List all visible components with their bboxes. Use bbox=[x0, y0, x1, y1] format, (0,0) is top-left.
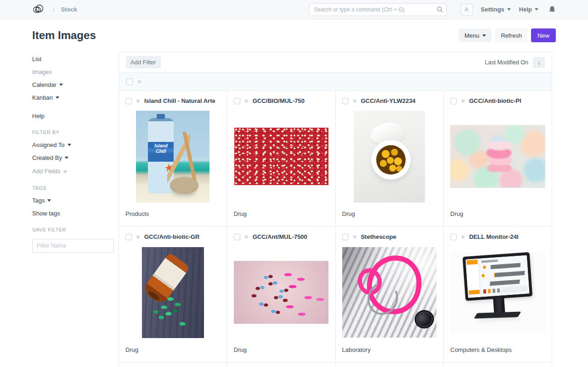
show-tags-toggle[interactable]: Show tags bbox=[32, 210, 115, 217]
spilled-pill-bottle-image[interactable] bbox=[142, 247, 204, 338]
sort-direction-button[interactable]: ↓ bbox=[533, 57, 545, 68]
list-sidebar: List Images Calendar Kanban Help FILTER … bbox=[32, 52, 115, 367]
help-label: Help bbox=[519, 6, 532, 13]
item-title-link[interactable]: DELL Monitor-24I bbox=[469, 233, 518, 240]
item-title-link[interactable]: GCC/Anti-YLW2234 bbox=[361, 97, 415, 104]
like-heart-icon[interactable]: ♥ bbox=[461, 97, 465, 104]
dell-monitor-image[interactable] bbox=[450, 252, 545, 333]
image-art-layer bbox=[167, 132, 202, 188]
sidebar-item-calendar[interactable]: Calendar bbox=[32, 81, 115, 88]
caret-down-icon bbox=[47, 199, 51, 202]
island-chill-bottle-beach-image[interactable] bbox=[136, 111, 209, 203]
sidebar-item-label: Images bbox=[32, 68, 52, 75]
help-dropdown[interactable]: Help bbox=[519, 6, 538, 13]
arrow-down-icon: ↓ bbox=[537, 59, 541, 66]
caret-down-icon bbox=[507, 8, 511, 11]
assigned-to-filter[interactable]: Assigned To bbox=[32, 141, 115, 148]
next-row-card-stub bbox=[119, 363, 227, 367]
menu-button[interactable]: Menu bbox=[459, 28, 492, 42]
caret-down-icon bbox=[56, 96, 59, 99]
home-logo-link[interactable] bbox=[32, 4, 45, 15]
sidebar-item-label: Kanban bbox=[32, 94, 53, 101]
red-white-capsules-image[interactable] bbox=[234, 128, 328, 185]
pink-blue-capsules-image[interactable] bbox=[234, 261, 328, 324]
item-card-6: ♥ GCC/Ant/MUL-7500 Drug bbox=[227, 227, 335, 362]
sidebar-item-label: Help bbox=[32, 113, 45, 119]
page-title: Item Images bbox=[32, 29, 96, 42]
search-input[interactable] bbox=[309, 3, 447, 16]
card-checkbox[interactable] bbox=[234, 98, 240, 104]
caret-down-icon bbox=[59, 84, 63, 86]
card-checkbox[interactable] bbox=[342, 98, 349, 104]
like-heart-icon[interactable]: ♥ bbox=[244, 97, 249, 104]
image-art-layer bbox=[486, 141, 513, 172]
item-group-label: Computers & Desktops bbox=[444, 342, 552, 362]
like-heart-icon[interactable]: ♥ bbox=[353, 97, 357, 104]
card-checkbox[interactable] bbox=[125, 98, 132, 104]
save-filter-heading: SAVE FILTER bbox=[32, 227, 115, 232]
refresh-button[interactable]: Refresh bbox=[495, 28, 527, 42]
caret-down-icon bbox=[68, 144, 71, 146]
sidebar-item-help[interactable]: Help bbox=[32, 113, 115, 119]
new-button-label: New bbox=[537, 32, 549, 39]
card-checkbox[interactable] bbox=[342, 234, 349, 240]
sort-field-selector[interactable]: Last Modified On bbox=[485, 59, 529, 66]
item-group-label: Drug bbox=[444, 206, 552, 226]
like-heart-icon[interactable]: ♥ bbox=[136, 97, 140, 104]
item-title-link[interactable]: Stethescope bbox=[361, 233, 396, 240]
like-heart-icon[interactable]: ♥ bbox=[244, 233, 249, 240]
sidebar-item-list[interactable]: List bbox=[32, 56, 115, 62]
card-checkbox[interactable] bbox=[234, 234, 240, 240]
sidebar-item-label: Calendar bbox=[32, 81, 57, 88]
plus-icon: + bbox=[63, 167, 67, 175]
card-checkbox[interactable] bbox=[450, 98, 457, 104]
item-title-link[interactable]: GCC/Ant/MUL-7500 bbox=[253, 233, 307, 240]
add-fields-button[interactable]: Add Fields + bbox=[32, 167, 115, 175]
card-checkbox[interactable] bbox=[125, 234, 132, 240]
filter-row: Add Filter Last Modified On ↓ bbox=[119, 52, 552, 73]
like-heart-icon[interactable]: ♥ bbox=[353, 233, 357, 240]
notification-bell-icon[interactable] bbox=[548, 6, 556, 13]
add-filter-button[interactable]: Add Filter bbox=[126, 56, 161, 68]
select-all-checkbox[interactable] bbox=[126, 79, 133, 85]
breadcrumb-chevron-icon: › bbox=[52, 6, 55, 13]
created-by-filter[interactable]: Created By bbox=[32, 154, 115, 161]
image-art-layer bbox=[234, 261, 328, 324]
caret-down-icon bbox=[535, 8, 538, 11]
like-heart-icon[interactable]: ♥ bbox=[136, 233, 140, 240]
image-art-layer bbox=[463, 252, 532, 301]
item-card-4: ♥ GCC/Anti-biotic-PI Drug bbox=[444, 91, 552, 226]
caret-down-icon bbox=[65, 157, 68, 159]
settings-dropdown[interactable]: Settings bbox=[481, 6, 511, 13]
image-grid: ♥ Island Chill - Natural Arte Products ♥… bbox=[119, 91, 552, 362]
item-card-2: ♥ GCC/BIO/MUL-750 Drug bbox=[227, 91, 335, 226]
new-button[interactable]: New bbox=[531, 28, 556, 42]
item-card-3: ♥ GCC/Anti-YLW2234 Drug bbox=[336, 91, 444, 226]
image-art-layer bbox=[474, 311, 521, 318]
filter-name-input[interactable] bbox=[32, 239, 114, 253]
breadcrumb-stock[interactable]: Stock bbox=[61, 6, 77, 13]
like-heart-icon[interactable]: ♥ bbox=[461, 233, 465, 240]
card-checkbox[interactable] bbox=[450, 234, 457, 240]
image-view-panel: Add Filter Last Modified On ↓ ♥ ♥ Island… bbox=[119, 52, 552, 367]
image-art-layer bbox=[371, 140, 411, 180]
settings-label: Settings bbox=[481, 6, 504, 13]
tags-filter[interactable]: Tags bbox=[32, 197, 115, 204]
liked-filter-heart-icon[interactable]: ♥ bbox=[137, 78, 141, 85]
item-group-label: Drug bbox=[227, 342, 335, 362]
item-group-label: Drug bbox=[119, 342, 227, 362]
item-title-link[interactable]: GCC/Anti-biotic-GR bbox=[144, 233, 200, 240]
sidebar-item-images[interactable]: Images bbox=[32, 68, 115, 75]
item-title-link[interactable]: GCC/BIO/MUL-750 bbox=[253, 97, 305, 104]
user-avatar[interactable]: A bbox=[461, 4, 473, 16]
item-group-label: Drug bbox=[227, 206, 335, 226]
next-row-stub bbox=[119, 362, 552, 367]
pink-stethoscope-image[interactable] bbox=[342, 247, 436, 338]
next-row-card-stub bbox=[444, 363, 552, 367]
yellow-pills-jar-image[interactable] bbox=[354, 111, 425, 203]
pastel-candy-pills-image[interactable] bbox=[450, 125, 545, 188]
sidebar-item-kanban[interactable]: Kanban bbox=[32, 94, 115, 101]
global-search bbox=[309, 3, 447, 16]
item-title-link[interactable]: GCC/Anti-biotic-PI bbox=[469, 97, 521, 104]
item-title-link[interactable]: Island Chill - Natural Arte bbox=[144, 97, 215, 104]
